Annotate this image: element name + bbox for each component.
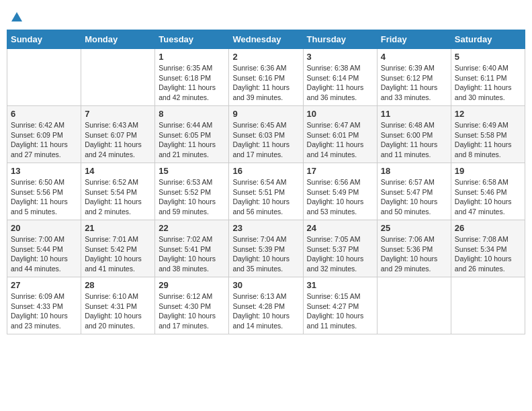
day-number: 28 [85,280,151,290]
weekday-header-tuesday: Tuesday [155,30,229,49]
calendar-cell [377,277,451,334]
weekday-header-row: SundayMondayTuesdayWednesdayThursdayFrid… [7,30,525,49]
day-number: 21 [85,223,151,233]
calendar-cell: 11Sunrise: 6:48 AM Sunset: 6:00 PM Dayli… [377,106,451,163]
calendar-cell: 16Sunrise: 6:54 AM Sunset: 5:51 PM Dayli… [229,163,303,220]
day-number: 24 [307,223,373,233]
day-number: 22 [159,223,225,233]
day-info: Sunrise: 6:44 AM Sunset: 6:05 PM Dayligh… [159,120,225,160]
calendar-cell: 25Sunrise: 7:06 AM Sunset: 5:36 PM Dayli… [377,220,451,277]
day-info: Sunrise: 6:15 AM Sunset: 4:27 PM Dayligh… [307,291,373,331]
calendar-cell: 28Sunrise: 6:10 AM Sunset: 4:31 PM Dayli… [81,277,155,334]
calendar-cell: 15Sunrise: 6:53 AM Sunset: 5:52 PM Dayli… [155,163,229,220]
day-info: Sunrise: 6:56 AM Sunset: 5:49 PM Dayligh… [307,177,373,217]
day-info: Sunrise: 6:45 AM Sunset: 6:03 PM Dayligh… [232,120,299,160]
calendar-cell: 12Sunrise: 6:49 AM Sunset: 5:58 PM Dayli… [451,106,525,163]
calendar-cell: 27Sunrise: 6:09 AM Sunset: 4:33 PM Dayli… [7,277,81,334]
calendar-body: 1Sunrise: 6:35 AM Sunset: 6:18 PM Daylig… [7,49,525,334]
calendar-cell: 19Sunrise: 6:58 AM Sunset: 5:46 PM Dayli… [451,163,525,220]
calendar-cell: 23Sunrise: 7:04 AM Sunset: 5:39 PM Dayli… [229,220,303,277]
weekday-header-sunday: Sunday [7,30,81,49]
day-number: 9 [232,109,299,119]
calendar-week-2: 6Sunrise: 6:42 AM Sunset: 6:09 PM Daylig… [7,106,525,163]
calendar-week-1: 1Sunrise: 6:35 AM Sunset: 6:18 PM Daylig… [7,49,525,106]
day-number: 23 [232,223,299,233]
calendar-cell: 5Sunrise: 6:40 AM Sunset: 6:11 PM Daylig… [451,49,525,106]
day-info: Sunrise: 6:43 AM Sunset: 6:07 PM Dayligh… [85,120,151,160]
day-info: Sunrise: 6:52 AM Sunset: 5:54 PM Dayligh… [85,177,151,217]
day-number: 16 [232,166,299,176]
calendar-week-4: 20Sunrise: 7:00 AM Sunset: 5:44 PM Dayli… [7,220,525,277]
day-info: Sunrise: 6:09 AM Sunset: 4:33 PM Dayligh… [11,291,77,331]
calendar-table: SundayMondayTuesdayWednesdayThursdayFrid… [7,30,525,334]
day-number: 2 [232,52,299,62]
day-number: 26 [455,223,521,233]
day-info: Sunrise: 7:04 AM Sunset: 5:39 PM Dayligh… [232,234,299,274]
day-number: 6 [11,109,77,119]
calendar-cell: 1Sunrise: 6:35 AM Sunset: 6:18 PM Daylig… [155,49,229,106]
day-info: Sunrise: 6:57 AM Sunset: 5:47 PM Dayligh… [381,177,447,217]
calendar-cell: 8Sunrise: 6:44 AM Sunset: 6:05 PM Daylig… [155,106,229,163]
weekday-header-friday: Friday [377,30,451,49]
weekday-header-wednesday: Wednesday [229,30,303,49]
day-info: Sunrise: 6:53 AM Sunset: 5:52 PM Dayligh… [159,177,225,217]
day-number: 29 [159,280,225,290]
calendar-cell: 31Sunrise: 6:15 AM Sunset: 4:27 PM Dayli… [303,277,377,334]
calendar-cell [81,49,155,106]
calendar-cell: 10Sunrise: 6:47 AM Sunset: 6:01 PM Dayli… [303,106,377,163]
calendar-cell: 17Sunrise: 6:56 AM Sunset: 5:49 PM Dayli… [303,163,377,220]
day-number: 3 [307,52,373,62]
day-number: 5 [455,52,521,62]
calendar-cell: 24Sunrise: 7:05 AM Sunset: 5:37 PM Dayli… [303,220,377,277]
svg-marker-0 [11,12,22,21]
day-number: 13 [11,166,77,176]
calendar-cell: 20Sunrise: 7:00 AM Sunset: 5:44 PM Dayli… [7,220,81,277]
calendar-header: SundayMondayTuesdayWednesdayThursdayFrid… [7,30,525,49]
calendar-cell: 13Sunrise: 6:50 AM Sunset: 5:56 PM Dayli… [7,163,81,220]
calendar-cell: 26Sunrise: 7:08 AM Sunset: 5:34 PM Dayli… [451,220,525,277]
weekday-header-monday: Monday [81,30,155,49]
day-info: Sunrise: 7:02 AM Sunset: 5:41 PM Dayligh… [159,234,225,274]
calendar-cell: 22Sunrise: 7:02 AM Sunset: 5:41 PM Dayli… [155,220,229,277]
day-number: 4 [381,52,447,62]
day-info: Sunrise: 6:38 AM Sunset: 6:14 PM Dayligh… [307,63,373,103]
day-number: 27 [11,280,77,290]
day-number: 14 [85,166,151,176]
day-number: 12 [455,109,521,119]
day-info: Sunrise: 6:48 AM Sunset: 6:00 PM Dayligh… [381,120,447,160]
day-info: Sunrise: 6:49 AM Sunset: 5:58 PM Dayligh… [455,120,521,160]
calendar-cell: 14Sunrise: 6:52 AM Sunset: 5:54 PM Dayli… [81,163,155,220]
day-number: 31 [307,280,373,290]
calendar-cell: 4Sunrise: 6:39 AM Sunset: 6:12 PM Daylig… [377,49,451,106]
calendar-cell: 18Sunrise: 6:57 AM Sunset: 5:47 PM Dayli… [377,163,451,220]
weekday-header-thursday: Thursday [303,30,377,49]
day-info: Sunrise: 6:35 AM Sunset: 6:18 PM Dayligh… [159,63,225,103]
day-info: Sunrise: 6:50 AM Sunset: 5:56 PM Dayligh… [11,177,77,217]
day-info: Sunrise: 6:47 AM Sunset: 6:01 PM Dayligh… [307,120,373,160]
day-info: Sunrise: 6:42 AM Sunset: 6:09 PM Dayligh… [11,120,77,160]
day-number: 30 [232,280,299,290]
day-number: 20 [11,223,77,233]
day-number: 7 [85,109,151,119]
day-number: 18 [381,166,447,176]
day-info: Sunrise: 7:05 AM Sunset: 5:37 PM Dayligh… [307,234,373,274]
calendar-cell: 30Sunrise: 6:13 AM Sunset: 4:28 PM Dayli… [229,277,303,334]
calendar-cell [7,49,81,106]
day-info: Sunrise: 6:10 AM Sunset: 4:31 PM Dayligh… [85,291,151,331]
day-number: 17 [307,166,373,176]
day-info: Sunrise: 6:36 AM Sunset: 6:16 PM Dayligh… [232,63,299,103]
day-info: Sunrise: 6:13 AM Sunset: 4:28 PM Dayligh… [232,291,299,331]
calendar-cell: 7Sunrise: 6:43 AM Sunset: 6:07 PM Daylig… [81,106,155,163]
day-number: 1 [159,52,225,62]
calendar-cell: 9Sunrise: 6:45 AM Sunset: 6:03 PM Daylig… [229,106,303,163]
logo-icon [10,11,24,24]
calendar-cell: 6Sunrise: 6:42 AM Sunset: 6:09 PM Daylig… [7,106,81,163]
day-info: Sunrise: 6:12 AM Sunset: 4:30 PM Dayligh… [159,291,225,331]
day-info: Sunrise: 7:01 AM Sunset: 5:42 PM Dayligh… [85,234,151,274]
day-number: 8 [159,109,225,119]
weekday-header-saturday: Saturday [451,30,525,49]
header [7,7,525,24]
calendar-cell: 21Sunrise: 7:01 AM Sunset: 5:42 PM Dayli… [81,220,155,277]
day-info: Sunrise: 7:00 AM Sunset: 5:44 PM Dayligh… [11,234,77,274]
day-number: 10 [307,109,373,119]
